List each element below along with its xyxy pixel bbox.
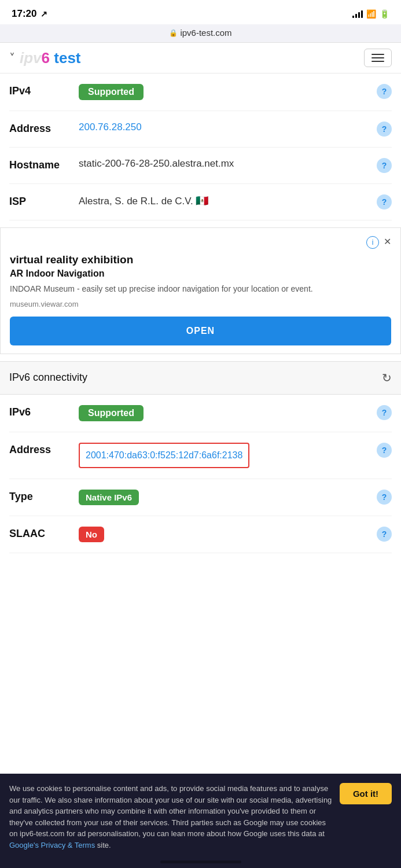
back-chevron-icon[interactable]: ˅ [9, 51, 15, 65]
ad-title: virtual reality exhibition [10, 253, 391, 266]
ad-open-button[interactable]: OPEN [10, 317, 391, 345]
cookie-text: We use cookies to personalise content an… [9, 783, 333, 851]
ipv6-status: Supported [79, 405, 372, 421]
advertisement: i ✕ virtual reality exhibition AR Indoor… [0, 227, 401, 354]
slaac-badge: No [79, 527, 104, 542]
battery-icon: 🔋 [380, 9, 389, 19]
slaac-label: SLAAC [9, 527, 79, 540]
ad-description: INDOAR Museum - easily set up precise in… [10, 284, 391, 295]
location-arrow-icon: ↗ [41, 9, 47, 19]
type-label: Type [9, 490, 79, 503]
hamburger-menu-button[interactable] [364, 49, 392, 67]
hostname-help-icon[interactable]: ? [377, 158, 392, 173]
isp-help-icon[interactable]: ? [377, 194, 392, 209]
hostname-label: Hostname [9, 158, 79, 171]
ipv6-address-box[interactable]: 2001:470:da63:0:f525:12d7:6a6f:2138 [79, 443, 249, 468]
address-label: Address [9, 122, 79, 135]
signal-bars-icon [352, 10, 363, 18]
address-help-icon[interactable]: ? [377, 122, 392, 137]
hostname-value: static-200-76-28-250.alestra.net.mx [79, 158, 372, 170]
ipv4-address-value[interactable]: 200.76.28.250 [79, 122, 372, 133]
isp-value: Alestra, S. de R.L. de C.V.🇲🇽 [79, 194, 372, 207]
type-help-icon[interactable]: ? [377, 490, 392, 505]
ad-top-bar: i ✕ [10, 236, 391, 249]
logo-ipv-text: ipv [20, 49, 42, 67]
ipv6-address-label: Address [9, 443, 79, 456]
ipv4-row: IPv4 Supported ? [9, 73, 392, 111]
status-bar: 17:20 ↗ 📶 🔋 [0, 0, 401, 24]
main-content: IPv4 Supported ? Address 200.76.28.250 ?… [0, 73, 401, 553]
slaac-help-icon[interactable]: ? [377, 527, 392, 542]
wifi-icon: 📶 [366, 9, 376, 19]
ipv6-row: IPv6 Supported ? [9, 395, 392, 432]
ipv6-help-icon[interactable]: ? [377, 405, 392, 420]
type-badge: Native IPv6 [79, 490, 139, 505]
logo-test-text: test [50, 49, 80, 67]
ad-subtitle: AR Indoor Navigation [10, 269, 391, 279]
ad-info-button[interactable]: i [366, 236, 379, 249]
ipv6-address-text: 2001:470:da63:0:f525:12d7:6a6f:2138 [86, 450, 242, 460]
cookie-banner: We use cookies to personalise content an… [0, 774, 401, 868]
ipv4-status: Supported [79, 84, 372, 100]
ipv4-supported-badge: Supported [79, 84, 144, 100]
hostname-row: Hostname static-200-76-28-250.alestra.ne… [9, 148, 392, 184]
type-value: Native IPv6 [79, 490, 372, 505]
cookie-banner-inner: We use cookies to personalise content an… [9, 783, 392, 851]
ipv4-section: IPv4 Supported ? Address 200.76.28.250 ?… [0, 73, 401, 220]
privacy-terms-link[interactable]: Google's Privacy & Terms [9, 841, 95, 849]
hamburger-icon [371, 54, 384, 62]
lock-icon: 🔒 [169, 29, 178, 37]
slaac-value: No [79, 527, 372, 542]
url-text: ipv6-test.com [180, 28, 231, 38]
ipv6-label: IPv6 [9, 405, 79, 418]
got-it-button[interactable]: Got it! [340, 783, 392, 804]
logo-6-text: 6 [42, 49, 50, 67]
nav-left: ˅ ipv6 test [9, 49, 81, 67]
ipv4-help-icon[interactable]: ? [377, 84, 392, 99]
site-logo: ipv6 test [20, 49, 81, 67]
ipv6-supported-badge: Supported [79, 405, 144, 421]
ad-url[interactable]: museum.viewar.com [10, 300, 391, 308]
ipv6-section-title: IPv6 connectivity [9, 372, 87, 384]
status-time: 17:20 ↗ [12, 8, 47, 20]
address-row: Address 200.76.28.250 ? [9, 111, 392, 148]
ipv6-address-value: 2001:470:da63:0:f525:12d7:6a6f:2138 [79, 443, 372, 468]
isp-label: ISP [9, 194, 79, 208]
ipv6-section-header: IPv6 connectivity ↻ [0, 361, 401, 395]
mexico-flag-icon: 🇲🇽 [196, 195, 208, 207]
ipv6-address-help-icon[interactable]: ? [377, 443, 392, 458]
slaac-row: SLAAC No ? [9, 516, 392, 553]
ipv6-address-row: Address 2001:470:da63:0:f525:12d7:6a6f:2… [9, 432, 392, 479]
refresh-button[interactable]: ↻ [382, 371, 392, 385]
url-bar[interactable]: 🔒 ipv6-test.com [0, 24, 401, 43]
isp-row: ISP Alestra, S. de R.L. de C.V.🇲🇽 ? [9, 184, 392, 220]
ad-close-button[interactable]: ✕ [384, 236, 391, 249]
ipv6-section: IPv6 Supported ? Address 2001:470:da63:0… [0, 395, 401, 553]
refresh-icon: ↻ [382, 372, 392, 384]
home-indicator [160, 860, 241, 863]
nav-bar: ˅ ipv6 test [0, 43, 401, 73]
status-icons: 📶 🔋 [352, 9, 389, 19]
type-row: Type Native IPv6 ? [9, 479, 392, 516]
ipv4-label: IPv4 [9, 84, 79, 97]
